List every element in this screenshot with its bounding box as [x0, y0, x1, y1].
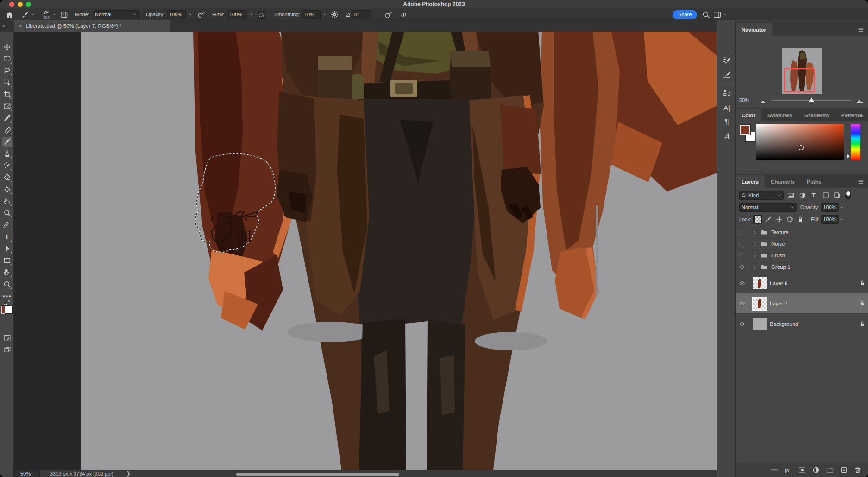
visibility-empty-box[interactable]	[736, 227, 748, 238]
layer-row-brush[interactable]: Brush	[736, 250, 868, 261]
smoothing-select[interactable]: 10%	[302, 10, 321, 19]
paint-bucket-tool[interactable]	[2, 184, 12, 194]
chevron-down-icon[interactable]	[839, 217, 844, 222]
smoothing-gear-icon[interactable]	[331, 11, 339, 19]
status-chevron-icon[interactable]: ❯	[126, 471, 130, 477]
lock-transparency-button[interactable]	[753, 215, 762, 224]
rectangular-marquee-tool[interactable]	[2, 54, 12, 64]
brush-preset-picker[interactable]: 200	[42, 9, 51, 19]
filter-shape-icon[interactable]	[821, 191, 830, 199]
panel-menu-icon[interactable]	[858, 178, 864, 185]
clone-stamp-tool[interactable]	[2, 148, 12, 159]
layer-blend-mode-select[interactable]: Normal	[739, 203, 797, 212]
brush-settings-panel-icon[interactable]	[721, 55, 732, 66]
adjustment-layer-icon[interactable]	[812, 466, 820, 474]
status-zoom-field[interactable]: 50%	[14, 470, 40, 477]
background-color-swatch[interactable]	[5, 306, 13, 314]
lasso-tool[interactable]	[2, 65, 12, 76]
vertical-scrollbar[interactable]	[596, 205, 598, 297]
layer-row-background[interactable]: Background	[736, 314, 868, 334]
brushes-panel-icon[interactable]	[721, 69, 732, 80]
chevron-down-icon[interactable]	[189, 12, 193, 17]
chevron-down-icon[interactable]	[322, 12, 327, 17]
lock-all-button[interactable]	[796, 215, 805, 224]
layer-thumbnail[interactable]	[753, 277, 767, 289]
eyedropper-tool[interactable]	[2, 113, 12, 123]
home-icon[interactable]	[6, 11, 13, 19]
panel-menu-icon[interactable]	[858, 26, 864, 33]
slider-thumb[interactable]	[808, 97, 815, 102]
filter-adjustment-icon[interactable]	[798, 191, 807, 199]
foreground-color-swatch[interactable]	[740, 125, 750, 135]
horizontal-scrollbar[interactable]	[236, 473, 399, 476]
chevron-down-icon[interactable]	[31, 12, 35, 17]
rectangle-tool[interactable]	[2, 255, 12, 266]
chevron-down-icon[interactable]	[723, 12, 727, 17]
crop-tool[interactable]	[2, 89, 12, 99]
path-selection-tool[interactable]	[2, 243, 12, 254]
smudge-tool[interactable]	[2, 196, 12, 206]
layer-thumbnail[interactable]	[753, 318, 767, 330]
pen-tool[interactable]	[2, 220, 12, 230]
canvas-area[interactable]	[14, 32, 717, 470]
zoom-tool[interactable]	[2, 279, 12, 289]
quick-mask-mode-button[interactable]	[2, 333, 12, 343]
object-selection-tool[interactable]	[2, 77, 12, 88]
new-layer-icon[interactable]	[840, 466, 848, 474]
blend-mode-select[interactable]: Normal	[93, 10, 139, 19]
link-layers-icon[interactable]	[771, 466, 778, 474]
move-tool[interactable]	[2, 42, 12, 52]
tab-layers[interactable]: Layers	[736, 175, 765, 188]
pressure-opacity-icon[interactable]	[197, 11, 205, 19]
character-panel-icon[interactable]: A|	[721, 102, 732, 113]
filter-toggle[interactable]	[845, 191, 851, 200]
chevron-down-icon[interactable]	[839, 205, 844, 210]
layer-style-fx-icon[interactable]: fx	[785, 466, 792, 474]
dodge-tool[interactable]	[2, 208, 12, 218]
filter-type-icon[interactable]: T	[809, 191, 818, 199]
visibility-eye-icon[interactable]	[736, 261, 748, 273]
toolbar-expand-icon[interactable]: »	[2, 23, 5, 28]
toggle-brush-settings-icon[interactable]	[60, 11, 68, 19]
layer-row-group-1[interactable]: Group 1	[736, 261, 868, 273]
hand-tool[interactable]	[2, 267, 12, 277]
tab-paths[interactable]: Paths	[801, 175, 827, 188]
chevron-down-icon[interactable]	[249, 12, 253, 17]
search-icon[interactable]	[702, 11, 710, 19]
navigator-zoom-field[interactable]: 50%	[739, 97, 759, 103]
visibility-eye-icon[interactable]	[736, 314, 748, 334]
visibility-eye-icon[interactable]	[736, 273, 748, 293]
zoom-in-icon[interactable]	[856, 97, 864, 103]
brush-tool-preset-icon[interactable]	[21, 11, 29, 19]
tab-color[interactable]: Color	[736, 109, 761, 121]
filter-smart-object-icon[interactable]	[832, 191, 842, 199]
flow-select[interactable]: 100%	[227, 10, 247, 19]
layer-thumbnail[interactable]	[753, 298, 767, 310]
brush-angle-field[interactable]: 0°	[352, 10, 371, 19]
layer-row-noise[interactable]: Noise	[736, 238, 868, 250]
spot-healing-brush-tool[interactable]	[2, 125, 12, 135]
add-layer-mask-icon[interactable]	[799, 466, 806, 474]
frame-tool[interactable]	[2, 101, 12, 111]
navigator-zoom-slider[interactable]	[772, 100, 851, 101]
zoom-out-icon[interactable]	[759, 97, 767, 103]
chevron-down-icon[interactable]	[52, 12, 57, 17]
brush-tool[interactable]	[2, 137, 12, 147]
airbrush-icon[interactable]	[258, 11, 265, 19]
filter-image-icon[interactable]	[786, 191, 795, 199]
glyphs-panel-icon[interactable]: A	[721, 131, 732, 142]
tab-swatches[interactable]: Swatches	[761, 109, 798, 121]
eraser-tool[interactable]	[2, 172, 12, 183]
tab-navigator[interactable]: Navigator	[736, 23, 772, 36]
lock-paint-button[interactable]	[764, 215, 773, 224]
visibility-empty-box[interactable]	[736, 250, 748, 261]
hue-strip[interactable]	[851, 124, 860, 160]
layer-opacity-select[interactable]: 100%	[821, 203, 839, 212]
lock-artboard-button[interactable]	[785, 215, 794, 224]
panel-menu-icon[interactable]	[858, 112, 864, 119]
type-tool[interactable]: T	[2, 232, 12, 242]
workspace-icon[interactable]	[713, 11, 721, 19]
layer-row-texture[interactable]: Texture	[736, 227, 868, 238]
symmetry-icon[interactable]	[399, 11, 407, 19]
fill-select[interactable]: 100%	[821, 215, 839, 224]
